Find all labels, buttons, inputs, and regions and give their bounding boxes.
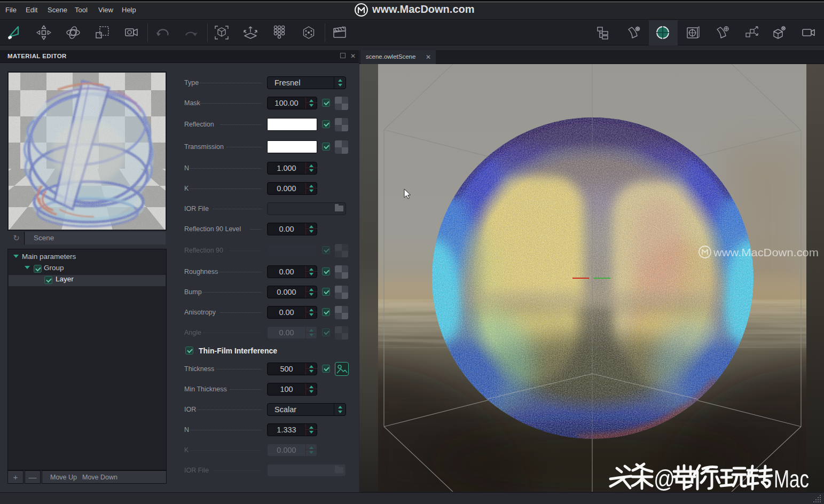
svg-text:www.MacDown.com: www.MacDown.com xyxy=(713,246,819,258)
svg-text:Mac: Mac xyxy=(774,465,809,493)
svg-text:@: @ xyxy=(654,465,675,493)
